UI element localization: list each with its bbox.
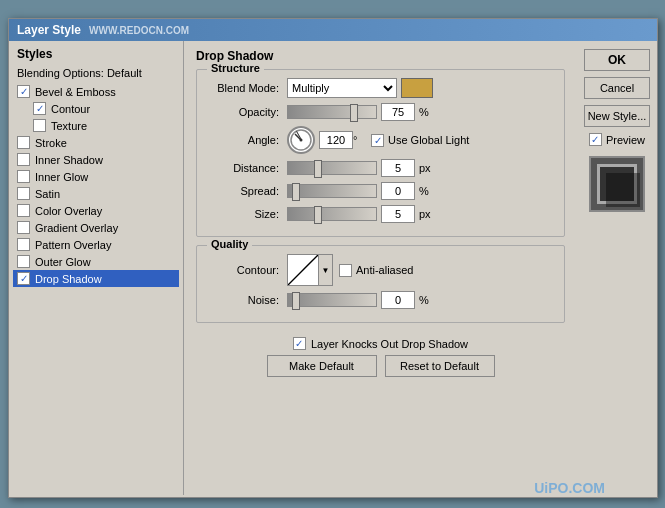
- blend-mode-row: Blend Mode: Multiply Normal Screen: [207, 78, 554, 98]
- reset-default-button[interactable]: Reset to Default: [385, 355, 495, 377]
- drop-shadow-checkbox[interactable]: [17, 272, 30, 285]
- sidebar-item-pattern-overlay[interactable]: Pattern Overlay: [13, 236, 179, 253]
- bevel-emboss-checkbox[interactable]: [17, 85, 30, 98]
- spread-slider-container: %: [287, 182, 439, 200]
- size-unit: px: [419, 208, 439, 220]
- contour-label: Contour: [51, 103, 90, 115]
- blend-mode-label: Blend Mode:: [207, 82, 287, 94]
- distance-slider-container: px: [287, 159, 439, 177]
- opacity-slider[interactable]: [287, 105, 377, 119]
- drop-shadow-title: Drop Shadow: [196, 49, 565, 63]
- gradient-overlay-checkbox[interactable]: [17, 221, 30, 234]
- preview-checkbox[interactable]: [589, 133, 602, 146]
- color-overlay-checkbox[interactable]: [17, 204, 30, 217]
- preview-label: Preview: [606, 134, 645, 146]
- svg-point-2: [300, 139, 303, 142]
- color-swatch[interactable]: [401, 78, 433, 98]
- spread-slider[interactable]: [287, 184, 377, 198]
- gradient-overlay-label: Gradient Overlay: [35, 222, 118, 234]
- sidebar-item-bevel-emboss[interactable]: Bevel & Emboss: [13, 83, 179, 100]
- sidebar-item-outer-glow[interactable]: Outer Glow: [13, 253, 179, 270]
- anti-alias-container: Anti-aliased: [339, 264, 413, 277]
- noise-input[interactable]: [381, 291, 415, 309]
- opacity-label: Opacity:: [207, 106, 287, 118]
- size-input[interactable]: [381, 205, 415, 223]
- sidebar-item-color-overlay[interactable]: Color Overlay: [13, 202, 179, 219]
- left-panel: Styles Blending Options: Default Bevel &…: [9, 41, 184, 495]
- drop-shadow-label: Drop Shadow: [35, 273, 102, 285]
- pattern-overlay-checkbox[interactable]: [17, 238, 30, 251]
- texture-checkbox[interactable]: [33, 119, 46, 132]
- quality-label: Quality: [207, 238, 252, 250]
- stroke-label: Stroke: [35, 137, 67, 149]
- svg-point-0: [291, 130, 311, 150]
- structure-group: Structure Blend Mode: Multiply Normal Sc…: [196, 69, 565, 237]
- spread-label: Spread:: [207, 185, 287, 197]
- sidebar-item-drop-shadow[interactable]: Drop Shadow: [13, 270, 179, 287]
- stroke-checkbox[interactable]: [17, 136, 30, 149]
- layer-knocks-checkbox[interactable]: [293, 337, 306, 350]
- sidebar-item-inner-shadow[interactable]: Inner Shadow: [13, 151, 179, 168]
- styles-label: Styles: [13, 45, 179, 65]
- spread-input[interactable]: [381, 182, 415, 200]
- ok-button[interactable]: OK: [584, 49, 650, 71]
- distance-unit: px: [419, 162, 439, 174]
- sidebar-item-gradient-overlay[interactable]: Gradient Overlay: [13, 219, 179, 236]
- size-slider-container: px: [287, 205, 439, 223]
- main-content: Drop Shadow Structure Blend Mode: Multip…: [184, 41, 577, 495]
- inner-glow-label: Inner Glow: [35, 171, 88, 183]
- pattern-overlay-label: Pattern Overlay: [35, 239, 111, 251]
- sidebar-item-satin[interactable]: Satin: [13, 185, 179, 202]
- contour-dropdown-btn[interactable]: ▼: [319, 254, 333, 286]
- noise-slider[interactable]: [287, 293, 377, 307]
- bevel-emboss-label: Bevel & Emboss: [35, 86, 116, 98]
- satin-label: Satin: [35, 188, 60, 200]
- noise-label: Noise:: [207, 294, 287, 306]
- blend-mode-wrapper: Multiply Normal Screen: [287, 78, 433, 98]
- opacity-input[interactable]: [381, 103, 415, 121]
- noise-unit: %: [419, 294, 439, 306]
- right-side: Drop Shadow Structure Blend Mode: Multip…: [184, 41, 577, 495]
- titlebar: Layer Style WWW.REDOCN.COM: [9, 19, 657, 41]
- size-slider[interactable]: [287, 207, 377, 221]
- blend-mode-select[interactable]: Multiply Normal Screen: [287, 78, 397, 98]
- angle-dial[interactable]: [287, 126, 315, 154]
- sidebar-item-contour[interactable]: Contour: [13, 100, 179, 117]
- spread-row: Spread: %: [207, 182, 554, 200]
- opacity-unit: %: [419, 106, 439, 118]
- distance-slider[interactable]: [287, 161, 377, 175]
- structure-label: Structure: [207, 62, 264, 74]
- sidebar-item-stroke[interactable]: Stroke: [13, 134, 179, 151]
- watermark-text: WWW.REDOCN.COM: [89, 25, 189, 36]
- cancel-button[interactable]: Cancel: [584, 77, 650, 99]
- opacity-row: Opacity: %: [207, 103, 554, 121]
- make-default-button[interactable]: Make Default: [267, 355, 377, 377]
- satin-checkbox[interactable]: [17, 187, 30, 200]
- spread-unit: %: [419, 185, 439, 197]
- outer-glow-label: Outer Glow: [35, 256, 91, 268]
- blend-options-label[interactable]: Blending Options: Default: [13, 65, 179, 81]
- angle-input[interactable]: [319, 131, 353, 149]
- outer-glow-checkbox[interactable]: [17, 255, 30, 268]
- new-style-button[interactable]: New Style...: [584, 105, 650, 127]
- global-light-checkbox[interactable]: [371, 134, 384, 147]
- inner-glow-checkbox[interactable]: [17, 170, 30, 183]
- inner-shadow-checkbox[interactable]: [17, 153, 30, 166]
- contour-checkbox[interactable]: [33, 102, 46, 115]
- preview-container: Preview: [589, 133, 645, 146]
- bottom-area: Layer Knocks Out Drop Shadow Make Defaul…: [196, 331, 565, 387]
- bottom-watermark: UiPO.COM: [534, 480, 605, 496]
- anti-alias-checkbox[interactable]: [339, 264, 352, 277]
- contour-preview[interactable]: [287, 254, 319, 286]
- distance-input[interactable]: [381, 159, 415, 177]
- contour-row: Contour:: [207, 254, 554, 286]
- angle-label: Angle:: [207, 134, 287, 146]
- sidebar-item-inner-glow[interactable]: Inner Glow: [13, 168, 179, 185]
- size-label: Size:: [207, 208, 287, 220]
- texture-label: Texture: [51, 120, 87, 132]
- right-buttons-panel: OK Cancel New Style... Preview: [577, 41, 657, 495]
- global-light-label: Use Global Light: [388, 134, 469, 146]
- distance-label: Distance:: [207, 162, 287, 174]
- anti-aliased-label: Anti-aliased: [356, 264, 413, 276]
- sidebar-item-texture[interactable]: Texture: [13, 117, 179, 134]
